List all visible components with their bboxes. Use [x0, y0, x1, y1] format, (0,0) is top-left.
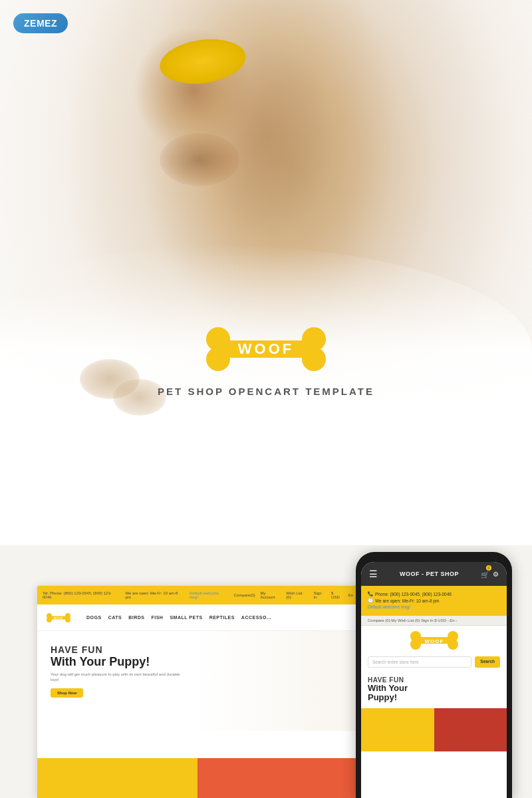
desktop-account: My Account: [261, 591, 281, 599]
mobile-bone-svg: WOOF: [408, 631, 461, 650]
mobile-info-bar: 📞 Phone: (800) 123-0045, (800) 123-0046 …: [361, 586, 507, 616]
mobile-image-red: [434, 708, 507, 751]
mobile-image-yellow: [361, 708, 434, 751]
mobile-hamburger-icon[interactable]: ☰: [369, 569, 378, 579]
mobile-logo-area: WOOF: [361, 626, 507, 653]
mobile-submenu: Compare (0) My Wish List (0) Sign In $ U…: [361, 616, 507, 626]
mobile-bottom-images: [361, 708, 507, 751]
center-content: WOOF PET SHOP OPENCART TEMPLATE: [133, 326, 399, 397]
mobile-cart-icon[interactable]: 🛒 0: [481, 568, 489, 580]
mobile-settings-icon[interactable]: ⚙: [493, 571, 499, 578]
desktop-hours: We are open: Me-Fr: 10 am-8 pm: [125, 591, 184, 599]
mobile-notch: [414, 552, 454, 561]
desktop-hero-title2: With Your Puppy!: [51, 655, 345, 669]
zemez-logo[interactable]: ZEMEZ: [13, 13, 68, 33]
mobile-phone-line: 📞 Phone: (800) 123-0045, (800) 123-0046: [368, 591, 500, 597]
mobile-search-area: Search entire store here Search: [361, 653, 507, 671]
svg-text:WOOF: WOOF: [238, 340, 294, 357]
hero-section: ZEMEZ WOOF PET SHOP OPENCART TEMPLATE: [0, 0, 532, 545]
desktop-hero-title1: HAVE FUN: [51, 644, 345, 655]
desktop-hero-button[interactable]: Shop Now: [51, 688, 83, 698]
desktop-compare: Compare(0): [234, 593, 255, 597]
nav-birds[interactable]: BIRDS: [128, 615, 144, 620]
mobile-hours-line: 🕐 We are open: Me-Fr: 10 am-8 pm: [368, 598, 500, 603]
mobile-hero-title2: With YourPuppy!: [368, 684, 500, 703]
mobile-search-button[interactable]: Search: [475, 656, 500, 668]
desktop-hero: HAVE FUN With Your Puppy! Your dog will …: [37, 631, 358, 731]
hero-subtitle: PET SHOP OPENCART TEMPLATE: [133, 386, 399, 397]
desktop-wishlist: Wish List (0): [286, 591, 308, 599]
mobile-icons: 🛒 0 ⚙: [481, 568, 499, 580]
desktop-logo: WOOF: [45, 613, 72, 622]
desktop-lang: En: [348, 593, 353, 597]
bone-logo-svg: WOOF: [200, 326, 332, 372]
nav-small-pets[interactable]: SMALL PETS: [170, 615, 202, 620]
desktop-topbar: Tel. Phone: (800) 123-0045, (800) 123-00…: [37, 586, 358, 604]
nav-cats[interactable]: CATS: [108, 615, 122, 620]
nav-fish[interactable]: FISH: [151, 615, 163, 620]
desktop-signin: Sign In: [314, 591, 327, 599]
mobile-have-fun: HAVE FUN With YourPuppy!: [361, 671, 507, 708]
desktop-bottom-strip: [37, 758, 358, 798]
desktop-phone: Tel. Phone: (800) 123-0045, (800) 123-00…: [43, 591, 120, 599]
mobile-default-msg: Default welcome msg!: [368, 604, 500, 609]
desktop-msg: Default welcome msg!: [190, 591, 229, 599]
desktop-nav: DOGS CATS BIRDS FISH SMALL PETS REPTILES…: [86, 615, 350, 620]
mobile-cart-badge: 0: [486, 565, 491, 571]
svg-text:WOOF: WOOF: [424, 638, 444, 644]
nav-reptiles[interactable]: REPTILES: [209, 615, 235, 620]
mobile-screen: ☰ WOOF - PET SHOP 🛒 0 ⚙ 📞 Phone: (800) 1…: [361, 562, 507, 798]
desktop-hero-sub: Your dog will get much pleasure to play …: [51, 672, 184, 683]
desktop-preview: Tel. Phone: (800) 123-0045, (800) 123-00…: [37, 585, 359, 798]
mobile-shop-title: WOOF - PET SHOP: [400, 571, 459, 577]
mobile-preview: ☰ WOOF - PET SHOP 🛒 0 ⚙ 📞 Phone: (800) 1…: [356, 552, 512, 798]
mobile-topbar: ☰ WOOF - PET SHOP 🛒 0 ⚙: [361, 562, 507, 586]
bone-logo-container: WOOF: [133, 326, 399, 372]
nav-accessories[interactable]: ACCESSO...: [241, 615, 271, 620]
dog-background: [0, 0, 532, 545]
nav-dogs[interactable]: DOGS: [86, 615, 102, 620]
desktop-topbar-text: Tel. Phone: (800) 123-0045, (800) 123-00…: [43, 591, 353, 599]
preview-section: Tel. Phone: (800) 123-0045, (800) 123-00…: [0, 545, 532, 798]
mobile-search-input[interactable]: Search entire store here: [368, 656, 471, 668]
desktop-currency: $ USD: [331, 591, 343, 599]
desktop-bone-svg: WOOF: [45, 613, 72, 622]
desktop-navbar: WOOF DOGS CATS BIRDS FISH SMALL PETS REP…: [37, 604, 358, 631]
svg-text:WOOF: WOOF: [54, 616, 63, 620]
